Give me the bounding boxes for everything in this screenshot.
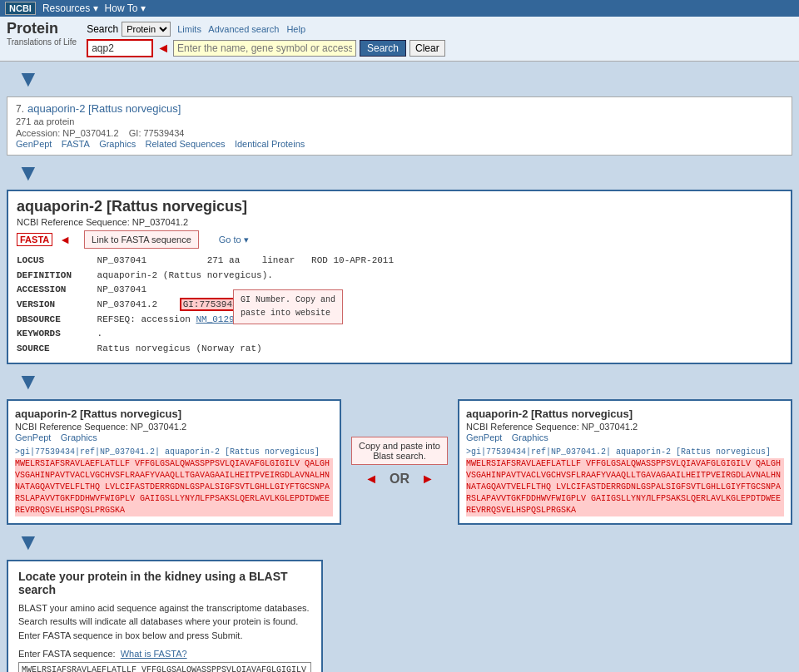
fasta-right-body: MWELRSIAFSRAVLAEFLATLLF VFFGLGSALQWASSPP…: [466, 458, 784, 516]
search-result: 7. aquaporin-2 [Rattus norvegicus] 271 a…: [7, 96, 792, 156]
clear-button[interactable]: Clear: [409, 40, 445, 57]
fasta-left-body: MWELRSIAFSRAVLAEFLATLLF VFFGLGSALQWASSPP…: [15, 458, 333, 516]
section1-title: aquaporin-2 [Rattus norvegicus]: [17, 198, 782, 215]
arrow-down-2: ▼: [0, 159, 799, 187]
dbsource-label: REFSEQ: accession: [97, 314, 196, 324]
result-number: 7.: [16, 103, 24, 115]
result-gi: GI: 77539434: [129, 128, 185, 138]
fasta-right-title: aquaporin-2 [Rattus norvegicus]: [466, 408, 784, 420]
blast-sequence-textarea[interactable]: MWELRSIAFSRAVLAEFLATLLF VFFGLGSALQWASSPP…: [18, 662, 311, 672]
def-value: aquaporin-2 (Rattus norvegicus).: [97, 270, 273, 280]
page-title: Protein: [7, 20, 77, 37]
or-label: OR: [381, 472, 418, 487]
arrow-down-3: ▼: [0, 368, 799, 396]
result-desc: 271 aa protein: [16, 116, 783, 126]
arrow-down-1: ▼: [0, 65, 799, 93]
blast-callout: Copy and paste intoBlast search.: [351, 437, 448, 465]
ncbi-header: NCBI Resources ▾ How To ▾: [0, 0, 799, 17]
page-subtitle: Translations of Life: [7, 37, 77, 47]
genpept-link[interactable]: GenPept: [16, 139, 52, 149]
accession-value: NP_037041: [97, 284, 146, 294]
result-title-link[interactable]: aquaporin-2 [Rattus norvegicus]: [27, 102, 181, 115]
fasta-left-genpept[interactable]: GenPept: [15, 432, 51, 442]
search-input-row: ◄ Search Clear: [87, 39, 445, 57]
howto-dropdown[interactable]: How To ▾: [105, 2, 146, 14]
fasta-right-genpept[interactable]: GenPept: [466, 432, 502, 442]
advanced-link[interactable]: Advanced search: [208, 24, 279, 34]
limits-link[interactable]: Limits: [177, 24, 201, 34]
genpept-section: aquaporin-2 [Rattus norvegicus] NCBI Ref…: [7, 190, 792, 364]
ncbi-logo: NCBI: [5, 2, 36, 15]
what-is-fasta-link[interactable]: What is FASTA?: [121, 649, 187, 659]
database-select[interactable]: Protein: [122, 22, 171, 37]
fasta-box-left: aquaporin-2 [Rattus norvegicus] NCBI Ref…: [7, 399, 341, 525]
blast-title: Locate your protein in the kidney using …: [18, 570, 311, 596]
goto-link[interactable]: Go to ▾: [219, 235, 249, 245]
fasta-left-title: aquaporin-2 [Rattus norvegicus]: [15, 408, 333, 420]
locus-table: LOCUS NP_037041 271 aa linear ROD 10-APR…: [17, 254, 782, 356]
identical-link[interactable]: Identical Proteins: [235, 139, 305, 149]
fasta-sections-container: aquaporin-2 [Rattus norvegicus] NCBI Ref…: [7, 399, 792, 525]
locus-value: NP_037041 271 aa linear ROD 10-APR-2011: [97, 255, 394, 265]
blast-desc: BLAST your amino acid sequence against t…: [18, 601, 311, 643]
fasta-left-header: >gi|77539434|ref|NP_037041.2| aquaporin-…: [15, 447, 320, 457]
result-accession: Accession: NP_037041.2: [16, 128, 119, 138]
fasta-arrow-icon: ◄: [59, 233, 71, 246]
right-arrow-icon: ◄: [421, 472, 434, 487]
arrow-down-4: ▼: [0, 528, 799, 556]
left-arrow-icon: ◄: [365, 472, 378, 487]
section1-subtitle: NCBI Reference Sequence: NP_037041.2: [17, 217, 782, 227]
source-value: Rattus norvegicus (Norway rat): [97, 343, 262, 353]
ver-value: NP_037041.2: [97, 299, 158, 309]
keywords-value: .: [97, 329, 103, 338]
resources-dropdown[interactable]: Resources ▾: [42, 2, 98, 14]
fasta-left-subtitle: NCBI Reference Sequence: NP_037041.2: [15, 422, 333, 432]
fasta-link[interactable]: FASTA: [62, 139, 90, 149]
fasta-right-sequence: >gi|77539434|ref|NP_037041.2| aquaporin-…: [466, 447, 784, 516]
related-link[interactable]: Related Sequences: [146, 139, 226, 149]
protein-search-bar: Protein Translations of Life Search Prot…: [0, 17, 799, 62]
fasta-left-graphics[interactable]: Graphics: [61, 432, 97, 442]
search-label: Search: [87, 23, 118, 35]
search-button[interactable]: Search: [360, 40, 406, 57]
search-term-input[interactable]: [87, 39, 153, 57]
fasta-right-header: >gi|77539434|ref|NP_037041.2| aquaporin-…: [466, 447, 771, 457]
blast-section: Locate your protein in the kidney using …: [7, 560, 323, 672]
fasta-left-sequence: >gi|77539434|ref|NP_037041.2| aquaporin-…: [15, 447, 333, 516]
graphics-link[interactable]: Graphics: [99, 139, 136, 149]
fasta-callout: Link to FASTA sequence: [84, 230, 199, 249]
fasta-sequence-link[interactable]: FASTA: [17, 233, 52, 246]
fasta-right-subtitle: NCBI Reference Sequence: NP_037041.2: [466, 422, 784, 432]
fasta-right-graphics[interactable]: Graphics: [512, 432, 548, 442]
help-link[interactable]: Help: [286, 24, 305, 34]
fasta-box-right: aquaporin-2 [Rattus norvegicus] NCBI Ref…: [458, 399, 792, 525]
blast-enter-label: Enter FASTA sequence: What is FASTA?: [18, 649, 311, 659]
gi-callout: GI Number. Copy andpaste into website: [233, 289, 343, 324]
search-placeholder-input[interactable]: [173, 40, 356, 57]
red-arrow-icon: ◄: [156, 41, 170, 56]
